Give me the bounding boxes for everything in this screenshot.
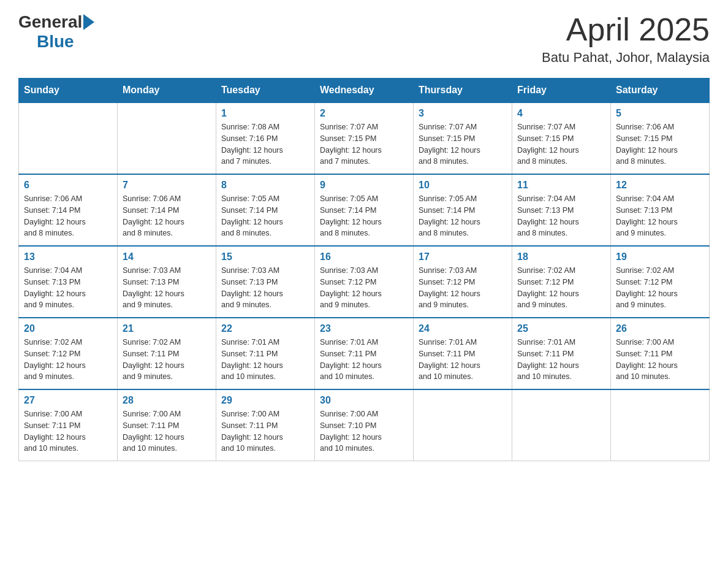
day-info: Sunrise: 7:02 AM Sunset: 7:12 PM Dayligh… (517, 265, 605, 311)
day-info: Sunrise: 7:02 AM Sunset: 7:11 PM Dayligh… (123, 337, 211, 383)
day-info: Sunrise: 7:02 AM Sunset: 7:12 PM Dayligh… (616, 265, 704, 311)
day-number: 1 (221, 108, 309, 119)
calendar-cell: 22Sunrise: 7:01 AM Sunset: 7:11 PM Dayli… (216, 318, 315, 389)
calendar-cell: 4Sunrise: 7:07 AM Sunset: 7:15 PM Daylig… (512, 102, 611, 174)
day-number: 26 (616, 323, 704, 334)
day-of-week-header: Monday (118, 79, 216, 103)
page-subtitle: Batu Pahat, Johor, Malaysia (542, 50, 710, 66)
day-info: Sunrise: 7:00 AM Sunset: 7:11 PM Dayligh… (123, 408, 211, 454)
logo-chevron-icon (83, 14, 94, 30)
calendar-table: SundayMondayTuesdayWednesdayThursdayFrid… (18, 78, 710, 461)
day-info: Sunrise: 7:00 AM Sunset: 7:11 PM Dayligh… (616, 337, 704, 383)
day-info: Sunrise: 7:07 AM Sunset: 7:15 PM Dayligh… (419, 121, 507, 167)
day-info: Sunrise: 7:06 AM Sunset: 7:14 PM Dayligh… (24, 193, 112, 239)
day-info: Sunrise: 7:01 AM Sunset: 7:11 PM Dayligh… (419, 337, 507, 383)
day-number: 8 (221, 180, 309, 191)
day-of-week-header: Wednesday (315, 79, 414, 103)
calendar-cell: 21Sunrise: 7:02 AM Sunset: 7:11 PM Dayli… (118, 318, 216, 389)
day-number: 25 (517, 323, 605, 334)
day-number: 17 (419, 251, 507, 262)
title-block: April 2025 Batu Pahat, Johor, Malaysia (542, 12, 710, 66)
calendar-header: SundayMondayTuesdayWednesdayThursdayFrid… (19, 79, 710, 103)
calendar-body: 1Sunrise: 7:08 AM Sunset: 7:16 PM Daylig… (19, 102, 710, 461)
day-number: 19 (616, 251, 704, 262)
calendar-cell: 12Sunrise: 7:04 AM Sunset: 7:13 PM Dayli… (611, 174, 710, 246)
day-number: 23 (320, 323, 408, 334)
calendar-cell: 28Sunrise: 7:00 AM Sunset: 7:11 PM Dayli… (118, 389, 216, 461)
calendar-cell: 10Sunrise: 7:05 AM Sunset: 7:14 PM Dayli… (414, 174, 512, 246)
day-info: Sunrise: 7:00 AM Sunset: 7:10 PM Dayligh… (320, 408, 408, 454)
day-number: 7 (123, 180, 211, 191)
calendar-cell: 23Sunrise: 7:01 AM Sunset: 7:11 PM Dayli… (315, 318, 414, 389)
day-info: Sunrise: 7:04 AM Sunset: 7:13 PM Dayligh… (616, 193, 704, 239)
day-info: Sunrise: 7:04 AM Sunset: 7:13 PM Dayligh… (517, 193, 605, 239)
day-number: 9 (320, 180, 408, 191)
day-info: Sunrise: 7:03 AM Sunset: 7:12 PM Dayligh… (419, 265, 507, 311)
day-info: Sunrise: 7:08 AM Sunset: 7:16 PM Dayligh… (221, 121, 309, 167)
day-number: 13 (24, 251, 112, 262)
day-number: 2 (320, 108, 408, 119)
day-info: Sunrise: 7:00 AM Sunset: 7:11 PM Dayligh… (24, 408, 112, 454)
calendar-cell: 6Sunrise: 7:06 AM Sunset: 7:14 PM Daylig… (19, 174, 118, 246)
day-number: 6 (24, 180, 112, 191)
page-header: General Blue April 2025 Batu Pahat, Joho… (18, 12, 710, 66)
day-of-week-header: Tuesday (216, 79, 315, 103)
day-info: Sunrise: 7:01 AM Sunset: 7:11 PM Dayligh… (221, 337, 309, 383)
logo: General Blue (18, 12, 94, 52)
day-number: 18 (517, 251, 605, 262)
day-of-week-header: Thursday (414, 79, 512, 103)
day-number: 24 (419, 323, 507, 334)
day-number: 10 (419, 180, 507, 191)
day-number: 21 (123, 323, 211, 334)
day-info: Sunrise: 7:06 AM Sunset: 7:15 PM Dayligh… (616, 121, 704, 167)
calendar-cell: 11Sunrise: 7:04 AM Sunset: 7:13 PM Dayli… (512, 174, 611, 246)
calendar-cell: 3Sunrise: 7:07 AM Sunset: 7:15 PM Daylig… (414, 102, 512, 174)
day-number: 3 (419, 108, 507, 119)
day-info: Sunrise: 7:05 AM Sunset: 7:14 PM Dayligh… (221, 193, 309, 239)
calendar-cell: 20Sunrise: 7:02 AM Sunset: 7:12 PM Dayli… (19, 318, 118, 389)
calendar-cell (611, 389, 710, 461)
day-number: 11 (517, 180, 605, 191)
logo-blue-text: Blue (37, 32, 74, 52)
day-number: 22 (221, 323, 309, 334)
day-info: Sunrise: 7:05 AM Sunset: 7:14 PM Dayligh… (419, 193, 507, 239)
day-info: Sunrise: 7:07 AM Sunset: 7:15 PM Dayligh… (320, 121, 408, 167)
day-info: Sunrise: 7:05 AM Sunset: 7:14 PM Dayligh… (320, 193, 408, 239)
calendar-cell: 25Sunrise: 7:01 AM Sunset: 7:11 PM Dayli… (512, 318, 611, 389)
day-of-week-header: Sunday (19, 79, 118, 103)
calendar-cell: 26Sunrise: 7:00 AM Sunset: 7:11 PM Dayli… (611, 318, 710, 389)
calendar-week-row: 6Sunrise: 7:06 AM Sunset: 7:14 PM Daylig… (19, 174, 710, 246)
calendar-cell: 9Sunrise: 7:05 AM Sunset: 7:14 PM Daylig… (315, 174, 414, 246)
day-info: Sunrise: 7:01 AM Sunset: 7:11 PM Dayligh… (320, 337, 408, 383)
calendar-cell: 5Sunrise: 7:06 AM Sunset: 7:15 PM Daylig… (611, 102, 710, 174)
day-number: 29 (221, 395, 309, 406)
calendar-week-row: 1Sunrise: 7:08 AM Sunset: 7:16 PM Daylig… (19, 102, 710, 174)
calendar-cell (414, 389, 512, 461)
day-info: Sunrise: 7:03 AM Sunset: 7:13 PM Dayligh… (221, 265, 309, 311)
calendar-cell: 7Sunrise: 7:06 AM Sunset: 7:14 PM Daylig… (118, 174, 216, 246)
calendar-cell: 1Sunrise: 7:08 AM Sunset: 7:16 PM Daylig… (216, 102, 315, 174)
calendar-cell (512, 389, 611, 461)
calendar-cell: 24Sunrise: 7:01 AM Sunset: 7:11 PM Dayli… (414, 318, 512, 389)
calendar-week-row: 20Sunrise: 7:02 AM Sunset: 7:12 PM Dayli… (19, 318, 710, 389)
calendar-cell: 27Sunrise: 7:00 AM Sunset: 7:11 PM Dayli… (19, 389, 118, 461)
day-info: Sunrise: 7:03 AM Sunset: 7:12 PM Dayligh… (320, 265, 408, 311)
day-number: 28 (123, 395, 211, 406)
day-info: Sunrise: 7:04 AM Sunset: 7:13 PM Dayligh… (24, 265, 112, 311)
calendar-cell: 15Sunrise: 7:03 AM Sunset: 7:13 PM Dayli… (216, 246, 315, 318)
calendar-cell: 17Sunrise: 7:03 AM Sunset: 7:12 PM Dayli… (414, 246, 512, 318)
day-number: 5 (616, 108, 704, 119)
day-of-week-header: Saturday (611, 79, 710, 103)
day-info: Sunrise: 7:06 AM Sunset: 7:14 PM Dayligh… (123, 193, 211, 239)
day-info: Sunrise: 7:02 AM Sunset: 7:12 PM Dayligh… (24, 337, 112, 383)
calendar-cell (19, 102, 118, 174)
calendar-week-row: 13Sunrise: 7:04 AM Sunset: 7:13 PM Dayli… (19, 246, 710, 318)
page-title: April 2025 (542, 12, 710, 47)
calendar-week-row: 27Sunrise: 7:00 AM Sunset: 7:11 PM Dayli… (19, 389, 710, 461)
day-number: 14 (123, 251, 211, 262)
day-info: Sunrise: 7:01 AM Sunset: 7:11 PM Dayligh… (517, 337, 605, 383)
calendar-cell: 30Sunrise: 7:00 AM Sunset: 7:10 PM Dayli… (315, 389, 414, 461)
calendar-cell: 14Sunrise: 7:03 AM Sunset: 7:13 PM Dayli… (118, 246, 216, 318)
calendar-cell: 13Sunrise: 7:04 AM Sunset: 7:13 PM Dayli… (19, 246, 118, 318)
day-number: 4 (517, 108, 605, 119)
